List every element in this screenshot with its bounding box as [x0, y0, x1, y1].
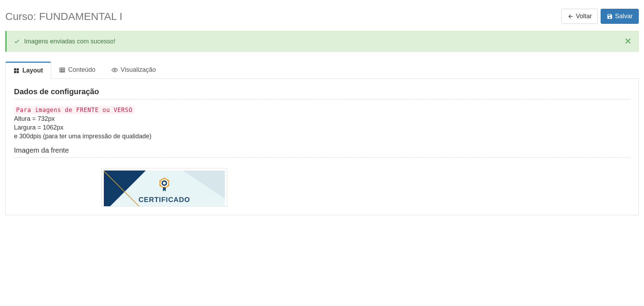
- cert-title: CERTIFICADO: [104, 196, 225, 204]
- eye-icon: [112, 67, 118, 73]
- success-alert: Imagens enviadas com sucesso! ✕: [5, 31, 639, 52]
- height-line: Altura = 732px: [14, 115, 630, 123]
- back-button[interactable]: Voltar: [561, 9, 598, 24]
- check-icon: [14, 38, 20, 44]
- back-button-label: Voltar: [576, 12, 592, 21]
- header-actions: Voltar Salvar: [561, 9, 639, 24]
- svg-point-0: [114, 69, 116, 71]
- save-button[interactable]: Salvar: [601, 9, 639, 24]
- width-line: Largura = 1062px: [14, 124, 630, 131]
- cert-decoration: [183, 171, 225, 199]
- badge-icon: [158, 177, 171, 192]
- arrow-left-icon: [567, 13, 574, 20]
- svg-point-4: [163, 182, 166, 185]
- alert-message: Imagens enviadas com sucesso!: [24, 38, 115, 45]
- front-image-heading: Imagem da frente: [14, 146, 630, 158]
- tab-bar: Layout Conteúdo Visualização: [5, 62, 639, 79]
- table-icon: [59, 67, 65, 73]
- save-icon: [607, 13, 613, 20]
- page-title: Curso: FUNDAMENTAL I: [5, 11, 122, 22]
- dpi-line: e 300dpis (para ter uma impressão de qua…: [14, 133, 630, 140]
- tab-label: Layout: [22, 67, 43, 74]
- svg-marker-5: [163, 187, 166, 192]
- grid-icon: [13, 68, 20, 74]
- tab-layout[interactable]: Layout: [5, 62, 51, 79]
- tab-label: Visualização: [121, 66, 156, 74]
- image-hint-code: Para imagens de FRENTE ou VERSO: [14, 106, 135, 114]
- tab-visualizacao[interactable]: Visualização: [103, 62, 164, 78]
- save-button-label: Salvar: [615, 12, 633, 21]
- certificate-front-preview[interactable]: CERTIFICADO: [101, 168, 227, 207]
- tab-label: Conteúdo: [68, 66, 95, 74]
- tab-content-layout: Dados de configuração Para imagens de FR…: [5, 79, 639, 215]
- tab-conteudo[interactable]: Conteúdo: [51, 62, 103, 78]
- config-info: Para imagens de FRENTE ou VERSO Altura =…: [14, 106, 630, 140]
- config-heading: Dados de configuração: [14, 87, 630, 99]
- alert-close-button[interactable]: ✕: [624, 36, 631, 46]
